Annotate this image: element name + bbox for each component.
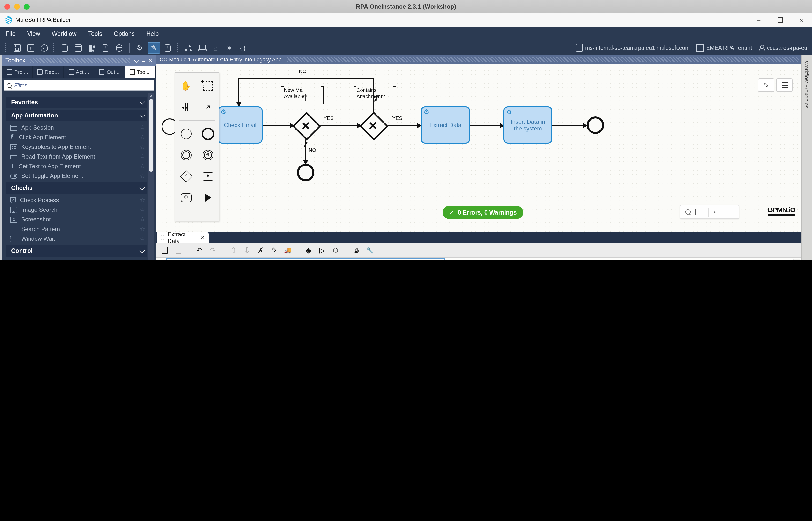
server-indicator[interactable]: ms-internal-se-team.rpa.eu1.mulesoft.com — [576, 44, 690, 52]
panel-drag-handle[interactable] — [287, 57, 799, 62]
label-new-mail[interactable]: New Mail Available? — [281, 86, 324, 105]
end-event-no-mail[interactable] — [297, 164, 314, 181]
workflow-editor[interactable]: − − Perform Currency Exchange(Group) Bui… — [156, 257, 802, 260]
doc-warning-button[interactable] — [162, 43, 174, 53]
workflow-vscrollbar[interactable]: ∧ ∨ — [793, 258, 800, 260]
gateway-new-mail[interactable]: × — [292, 112, 319, 139]
tab-outline[interactable]: Out... — [94, 66, 125, 78]
toolbox-item-keystrokes-app[interactable]: Keystrokes to App Element☆ — [4, 142, 154, 152]
window-close-button[interactable]: × — [791, 13, 812, 27]
favorite-star-icon[interactable]: ☆ — [140, 216, 145, 223]
toolbox-button[interactable] — [113, 43, 125, 53]
gateway-contains-attachment[interactable]: × — [359, 112, 387, 139]
create-intermediate-event[interactable] — [175, 146, 197, 164]
section-checks[interactable]: Checks — [6, 182, 147, 194]
toolbar-grip[interactable] — [5, 44, 8, 52]
new-document-button[interactable] — [59, 43, 71, 53]
menu-view[interactable]: View — [27, 30, 40, 37]
copy-button[interactable] — [159, 244, 171, 256]
hand-tool[interactable]: ✋ — [175, 77, 197, 95]
move-down-button[interactable]: ⇩ — [241, 244, 254, 256]
section-app-automation[interactable]: App Automation — [6, 110, 147, 121]
section-control[interactable]: Control — [6, 245, 147, 257]
create-timer-event[interactable]: ◷ — [197, 146, 219, 164]
window-maximize-button[interactable] — [769, 13, 791, 27]
section-favorites[interactable]: Favorites — [6, 97, 147, 108]
favorite-star-icon[interactable]: ☆ — [140, 163, 145, 169]
window-minimize-button[interactable]: – — [748, 13, 769, 27]
favorite-star-icon[interactable]: ☆ — [140, 153, 145, 160]
toolbox-item-read-text[interactable]: Read Text from App Element☆ — [4, 152, 154, 161]
task-extract-data[interactable]: ⚙Extract Data — [421, 106, 470, 143]
toolbox-item-app-session[interactable]: App Session☆ — [4, 123, 154, 132]
toolbar-grip[interactable] — [53, 44, 56, 52]
tab-activities[interactable]: Acti... — [64, 66, 94, 78]
toolbar-grip[interactable] — [177, 44, 179, 52]
create-service-task[interactable]: ⚙ — [175, 188, 197, 207]
scrollbar-thumb[interactable] — [149, 99, 153, 172]
toolbox-item-click-app-element[interactable]: Click App Element☆ — [4, 132, 154, 142]
tab-toolbox[interactable]: Tool... — [125, 66, 156, 78]
validate-button[interactable]: ◈ — [302, 244, 315, 256]
create-gateway[interactable] — [175, 167, 197, 186]
pin-icon[interactable] — [141, 58, 145, 63]
menu-workflow[interactable]: Workflow — [52, 30, 76, 37]
create-user-task[interactable]: ☻ — [197, 167, 219, 186]
tab-repository[interactable]: Rep... — [33, 66, 64, 78]
rename-button[interactable]: ✎ — [268, 244, 281, 256]
outline-button[interactable] — [100, 43, 111, 53]
home-button[interactable]: ⌂ — [210, 43, 221, 53]
favorite-star-icon[interactable]: ☆ — [140, 206, 145, 213]
task-insert-data[interactable]: ⚙Insert Data in the system — [503, 106, 552, 143]
favorite-star-icon[interactable]: ☆ — [140, 259, 145, 260]
run-button[interactable]: ▷ — [316, 244, 328, 256]
workflow-properties-strip[interactable]: Workflow Properties — [802, 55, 812, 260]
toolbox-item-screenshot[interactable]: Screenshot☆ — [4, 214, 154, 224]
menu-help[interactable]: Help — [146, 30, 159, 37]
tab-project[interactable]: Proj... — [2, 66, 33, 78]
tab-extract-data[interactable]: Extract Data ✕ — [157, 232, 209, 243]
variables-button[interactable]: { } — [237, 43, 248, 53]
publish-button[interactable]: ↑ — [25, 43, 36, 53]
zoom-in-button[interactable]: + — [730, 208, 734, 216]
favorite-star-icon[interactable]: ☆ — [140, 235, 145, 242]
toolbox-item-check-process[interactable]: ✓Check Process☆ — [4, 195, 154, 205]
move-up-button[interactable]: ⇧ — [227, 244, 240, 256]
scroll-up-icon[interactable]: ∧ — [794, 260, 800, 260]
favorite-star-icon[interactable]: ☆ — [140, 226, 145, 232]
menu-file[interactable]: File — [6, 30, 16, 37]
label-contains-attachment[interactable]: Contains Attachment? — [353, 86, 396, 105]
panel-drag-handle[interactable] — [30, 58, 130, 63]
favorite-star-icon[interactable]: ☆ — [140, 173, 145, 179]
undo-button[interactable]: ↶ — [193, 244, 205, 256]
remote-machine-button[interactable] — [196, 43, 208, 53]
toolbox-item-set-text[interactable]: ISet Text to App Element☆ — [4, 161, 154, 171]
chevron-down-icon[interactable] — [134, 57, 139, 63]
create-end-event[interactable] — [197, 125, 219, 143]
delete-button[interactable]: ✗ — [255, 244, 267, 256]
properties-menu-button[interactable] — [776, 78, 793, 92]
user-indicator[interactable]: ccasares-rpa-eu — [759, 45, 807, 51]
close-tab-icon[interactable]: ✕ — [201, 234, 205, 241]
validation-badge[interactable]: ✓0 Errors, 0 Warnings — [442, 206, 524, 219]
minimap-icon[interactable] — [696, 209, 703, 215]
toolbox-item-set-toggle[interactable]: Set Toggle App Element☆ — [4, 171, 154, 181]
debug-button[interactable]: ⬡ — [329, 244, 342, 256]
end-event-main[interactable] — [587, 116, 604, 134]
create-start-event[interactable] — [175, 125, 197, 143]
toolbox-scrollbar[interactable]: ∧ ∨ — [149, 93, 154, 260]
menu-options[interactable]: Options — [114, 30, 135, 37]
repository-button[interactable] — [72, 43, 84, 53]
search-icon[interactable] — [685, 209, 690, 214]
lasso-tool[interactable] — [197, 77, 219, 95]
bpmn-canvas[interactable]: NO NO YES YES ⚙Check Email ⚙Extract Data… — [156, 64, 802, 232]
toolbox-filter-input[interactable]: Filter... — [4, 80, 154, 91]
favorite-star-icon[interactable]: ☆ — [140, 134, 145, 141]
pen-tool-button[interactable]: ✎ — [148, 42, 160, 54]
fit-viewport-icon[interactable]: ⌖ — [714, 208, 717, 216]
save-button[interactable] — [11, 43, 23, 53]
space-tool[interactable] — [175, 98, 197, 116]
tenant-indicator[interactable]: EMEA RPA Tenant — [697, 44, 752, 51]
settings-wrench-button[interactable]: 🔧 — [364, 244, 376, 256]
bpmn-io-logo[interactable]: BPMN.iO — [768, 206, 795, 216]
